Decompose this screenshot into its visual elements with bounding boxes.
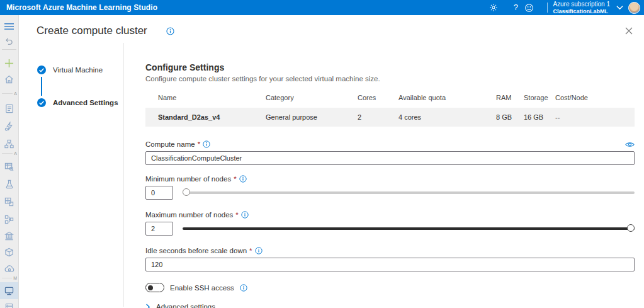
idle-seconds-input[interactable] bbox=[145, 258, 635, 271]
step-advanced-settings[interactable]: Advanced Settings bbox=[37, 98, 123, 107]
section-heading: Configure Settings bbox=[145, 62, 635, 72]
column-header: Category bbox=[266, 94, 358, 101]
vm-category-cell: General purpose bbox=[266, 113, 358, 121]
compute-name-label: Compute name bbox=[145, 140, 195, 148]
required-mark: * bbox=[198, 140, 200, 148]
title-info-icon[interactable] bbox=[166, 27, 174, 35]
vm-quota-cell: 4 cores bbox=[398, 113, 496, 121]
subscription-name: Azure subscription 1 bbox=[553, 1, 610, 8]
compute-name-input[interactable] bbox=[145, 151, 635, 165]
required-mark: * bbox=[234, 175, 236, 183]
max-nodes-slider[interactable] bbox=[183, 224, 635, 234]
home-icon[interactable] bbox=[0, 72, 18, 87]
data-icon[interactable] bbox=[0, 159, 18, 174]
menu-hamburger-icon[interactable] bbox=[0, 19, 18, 34]
jobs-icon[interactable] bbox=[0, 176, 18, 191]
subscription-selector[interactable]: Azure subscription 1 ClassificationLabML bbox=[553, 1, 615, 14]
column-header: Storage bbox=[524, 94, 555, 101]
max-nodes-input[interactable] bbox=[145, 222, 173, 236]
step-connector bbox=[41, 77, 42, 96]
user-avatar[interactable] bbox=[628, 2, 640, 14]
compute-icon[interactable] bbox=[0, 282, 18, 299]
slider-handle[interactable] bbox=[183, 188, 190, 196]
nav-divider bbox=[2, 49, 16, 50]
topbar-divider bbox=[547, 3, 548, 13]
min-nodes-slider[interactable] bbox=[183, 188, 635, 198]
info-icon[interactable] bbox=[203, 140, 210, 148]
notebooks-icon[interactable] bbox=[0, 101, 18, 116]
wizard-stepper: Virtual Machine Advanced Settings bbox=[19, 43, 124, 307]
create-compute-cluster-dialog: Create compute cluster Virtual Machine bbox=[19, 15, 644, 308]
dialog-title: Create compute cluster bbox=[37, 25, 147, 37]
environments-icon[interactable] bbox=[0, 228, 18, 243]
vm-cores-cell: 2 bbox=[358, 113, 398, 121]
vm-size-table: Name Category Cores Available quota RAM … bbox=[145, 90, 635, 127]
app-title: Microsoft Azure Machine Learning Studio bbox=[0, 3, 157, 12]
nav-section-author: A bbox=[0, 91, 18, 96]
workspace-name: ClassificationLabML bbox=[553, 8, 610, 14]
nav-section-manage: M bbox=[0, 276, 18, 280]
add-new-icon[interactable] bbox=[0, 55, 18, 71]
top-bar: Microsoft Azure Machine Learning Studio … bbox=[0, 0, 644, 15]
left-nav-collapsed: A A bbox=[0, 15, 19, 308]
vm-cost-cell: -- bbox=[555, 113, 635, 121]
idle-seconds-label: Idle seconds before scale down bbox=[145, 247, 247, 254]
advanced-settings-label: Advanced settings bbox=[156, 303, 215, 308]
required-mark: * bbox=[249, 247, 252, 254]
settings-gear-icon[interactable] bbox=[489, 3, 507, 12]
components-icon[interactable] bbox=[0, 194, 18, 209]
feedback-smiley-icon[interactable] bbox=[524, 3, 542, 13]
designer-icon[interactable] bbox=[0, 136, 18, 151]
info-icon[interactable] bbox=[255, 247, 263, 254]
nav-section-assets: A bbox=[0, 151, 18, 156]
column-header: RAM bbox=[496, 94, 524, 101]
min-nodes-input[interactable] bbox=[145, 186, 173, 200]
step-complete-icon bbox=[37, 66, 46, 74]
vm-table-row[interactable]: Standard_D2as_v4 General purpose 2 4 cor… bbox=[145, 108, 635, 127]
step-virtual-machine[interactable]: Virtual Machine bbox=[37, 66, 123, 74]
chevron-down-icon[interactable] bbox=[616, 5, 623, 10]
ssh-toggle[interactable] bbox=[145, 283, 164, 292]
datastores-icon[interactable] bbox=[0, 300, 18, 308]
max-nodes-label: Maximum number of nodes bbox=[145, 211, 233, 219]
vm-name-cell: Standard_D2as_v4 bbox=[158, 113, 266, 121]
required-mark: * bbox=[235, 211, 238, 219]
ssh-toggle-label: Enable SSH access bbox=[170, 284, 234, 292]
column-header: Cost/Node bbox=[555, 94, 635, 101]
help-icon[interactable]: ? bbox=[507, 0, 524, 15]
undo-icon[interactable] bbox=[0, 33, 18, 48]
step-label: Virtual Machine bbox=[53, 66, 103, 74]
endpoints-icon[interactable] bbox=[0, 261, 18, 276]
vm-table-header: Name Category Cores Available quota RAM … bbox=[145, 90, 635, 108]
advanced-settings-expander[interactable]: Advanced settings bbox=[145, 303, 635, 308]
chevron-right-icon bbox=[145, 304, 150, 308]
step-label: Advanced Settings bbox=[53, 99, 118, 106]
slider-handle[interactable] bbox=[627, 224, 635, 232]
vm-storage-cell: 16 GB bbox=[524, 113, 555, 121]
pipelines-icon[interactable] bbox=[0, 212, 18, 227]
info-icon[interactable] bbox=[241, 211, 249, 219]
info-icon[interactable] bbox=[239, 175, 247, 183]
column-header: Cores bbox=[358, 94, 398, 101]
column-header: Available quota bbox=[398, 94, 496, 101]
models-icon[interactable] bbox=[0, 244, 18, 260]
info-icon[interactable] bbox=[240, 284, 247, 292]
preview-eye-icon[interactable] bbox=[625, 141, 635, 148]
section-description: Configure compute cluster settings for y… bbox=[145, 75, 635, 83]
close-icon[interactable] bbox=[623, 25, 635, 37]
automated-ml-icon[interactable] bbox=[0, 118, 18, 134]
step-complete-icon bbox=[37, 98, 46, 107]
column-header: Name bbox=[158, 94, 266, 101]
min-nodes-label: Minimum number of nodes bbox=[145, 175, 231, 183]
vm-ram-cell: 8 GB bbox=[496, 113, 524, 121]
